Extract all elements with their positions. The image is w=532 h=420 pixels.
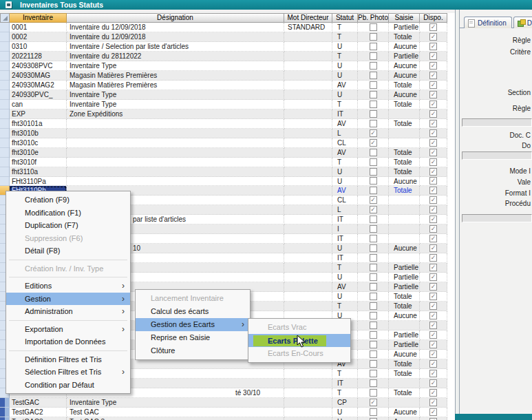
cell-inventaire[interactable]: FHt3110Pa xyxy=(10,177,67,187)
row-selector[interactable] xyxy=(0,71,10,81)
cell-dispo[interactable] xyxy=(420,282,447,292)
menu-item-exportation[interactable]: Exportation› xyxy=(6,323,130,336)
cell-statut[interactable]: U xyxy=(332,273,358,282)
cell-inventaire[interactable]: fht3010f xyxy=(10,158,67,167)
cell-statut[interactable]: CP xyxy=(332,398,358,408)
cell-pb-photo[interactable] xyxy=(358,148,389,158)
cell-statut[interactable]: T xyxy=(332,23,358,32)
dispo-checkbox[interactable] xyxy=(429,350,437,358)
cell-saisie[interactable]: Totale xyxy=(389,369,420,379)
table-row[interactable]: EXPZone ExpéditionsIT xyxy=(0,109,447,119)
pb-photo-checkbox[interactable] xyxy=(370,283,377,291)
dispo-checkbox[interactable] xyxy=(429,62,437,70)
table-row[interactable]: 0310Inventaire / Selection par liste d'a… xyxy=(0,42,447,52)
cell-dispo[interactable] xyxy=(420,379,447,388)
pb-photo-checkbox[interactable] xyxy=(370,331,377,339)
dispo-checkbox[interactable] xyxy=(429,244,437,252)
cell-inventaire[interactable]: 240930MAG xyxy=(10,71,67,81)
cell-dispo[interactable] xyxy=(420,350,447,359)
menu-item-modification-f1[interactable]: Modification (F1) xyxy=(6,207,130,220)
cell-saisie[interactable]: Partielle xyxy=(389,263,420,273)
table-row[interactable]: fht3010fTTotale xyxy=(0,158,447,167)
cell-designation[interactable]: Test GAC 3 xyxy=(67,417,284,420)
cell-mot-directeur[interactable] xyxy=(284,119,332,129)
cell-dispo[interactable] xyxy=(420,119,447,129)
cell-pb-photo[interactable] xyxy=(358,263,389,273)
row-selector[interactable] xyxy=(0,23,10,32)
cell-pb-photo[interactable] xyxy=(358,100,389,109)
cell-dispo[interactable] xyxy=(420,253,447,263)
cell-mot-directeur[interactable] xyxy=(284,186,332,196)
cell-pb-photo[interactable] xyxy=(358,215,389,224)
tab-definition[interactable]: Définition xyxy=(464,17,512,28)
cell-dispo[interactable] xyxy=(420,90,447,100)
cell-saisie[interactable] xyxy=(389,253,420,263)
cell-dispo[interactable] xyxy=(420,52,447,61)
cell-saisie[interactable]: Totale xyxy=(389,186,420,196)
cell-saisie[interactable]: Aucune xyxy=(389,42,420,52)
cell-mot-directeur[interactable] xyxy=(284,100,332,109)
cell-mot-directeur[interactable]: STANDARD xyxy=(284,23,332,32)
cell-dispo[interactable] xyxy=(420,109,447,119)
cell-statut[interactable]: AV xyxy=(332,186,358,196)
cell-mot-directeur[interactable] xyxy=(284,417,332,420)
cell-designation[interactable] xyxy=(67,167,284,177)
table-row[interactable]: 0002Inventaire du 12/09/2018TTotale xyxy=(0,32,447,42)
cell-statut[interactable]: AV xyxy=(332,148,358,158)
dispo-checkbox[interactable] xyxy=(429,196,437,204)
pb-photo-checkbox[interactable] xyxy=(370,196,377,204)
pb-photo-checkbox[interactable] xyxy=(370,379,377,387)
menu-item-s-lection-filtres-et-tris[interactable]: Sélection Filtres et Tris› xyxy=(6,366,130,379)
cell-statut[interactable]: U xyxy=(332,292,358,302)
cell-saisie[interactable]: Totale xyxy=(389,32,420,42)
pb-photo-checkbox[interactable] xyxy=(370,120,377,127)
pb-photo-checkbox[interactable] xyxy=(370,91,377,98)
cell-statut[interactable]: U xyxy=(332,177,358,187)
cell-mot-directeur[interactable] xyxy=(284,253,332,263)
cell-inventaire[interactable]: fht3110a xyxy=(10,167,67,177)
dispo-checkbox[interactable] xyxy=(429,408,437,416)
cell-statut[interactable]: T xyxy=(332,263,358,273)
cell-statut[interactable]: IT xyxy=(332,109,358,119)
cell-mot-directeur[interactable] xyxy=(284,81,332,90)
column-header-saisie[interactable]: Saisie xyxy=(389,13,420,23)
cell-pb-photo[interactable] xyxy=(358,388,389,398)
cell-inventaire[interactable]: can xyxy=(10,100,67,109)
cell-mot-directeur[interactable] xyxy=(284,273,332,282)
dispo-checkbox[interactable] xyxy=(429,331,437,339)
cell-saisie[interactable]: Partielle xyxy=(389,330,420,340)
cell-inventaire[interactable]: 20221128 xyxy=(10,52,67,61)
cell-designation[interactable]: Magasin Matières Premières xyxy=(67,81,284,90)
cell-mot-directeur[interactable] xyxy=(284,215,332,224)
cell-statut[interactable]: U xyxy=(332,408,358,417)
row-selector[interactable] xyxy=(0,119,10,129)
dispo-checkbox[interactable] xyxy=(429,312,437,319)
cell-pb-photo[interactable] xyxy=(358,71,389,81)
row-selector[interactable] xyxy=(0,100,10,109)
column-header-inventaire[interactable]: Inventaire xyxy=(10,13,67,23)
pb-photo-checkbox[interactable] xyxy=(370,216,377,223)
cell-saisie[interactable]: Totale xyxy=(389,119,420,129)
cell-pb-photo[interactable] xyxy=(358,369,389,379)
cell-pb-photo[interactable] xyxy=(358,408,389,417)
row-selector[interactable] xyxy=(0,138,10,148)
cell-designation[interactable]: Magasin Matières Premières xyxy=(67,71,284,81)
cell-saisie[interactable] xyxy=(389,224,420,234)
dispo-checkbox[interactable] xyxy=(429,389,437,397)
cell-dispo[interactable] xyxy=(420,311,447,321)
cell-saisie[interactable] xyxy=(389,196,420,205)
cell-pb-photo[interactable] xyxy=(358,138,389,148)
cell-statut[interactable]: U xyxy=(332,42,358,52)
dispo-checkbox[interactable] xyxy=(429,273,437,281)
pb-photo-checkbox[interactable] xyxy=(370,62,377,70)
cell-pb-photo[interactable] xyxy=(358,321,389,330)
pb-photo-checkbox[interactable] xyxy=(370,177,377,185)
cell-saisie[interactable]: Aucune xyxy=(389,311,420,321)
table-row[interactable]: canInventaire TypeTTotale xyxy=(0,100,447,109)
cell-designation[interactable] xyxy=(67,158,284,167)
cell-mot-directeur[interactable] xyxy=(284,196,332,205)
pb-photo-checkbox[interactable] xyxy=(370,139,377,147)
cell-dispo[interactable] xyxy=(420,330,447,340)
table-row[interactable]: 240930MAGMagasin Matières PremièresUAucu… xyxy=(0,71,447,81)
pb-photo-checkbox[interactable] xyxy=(370,273,377,281)
